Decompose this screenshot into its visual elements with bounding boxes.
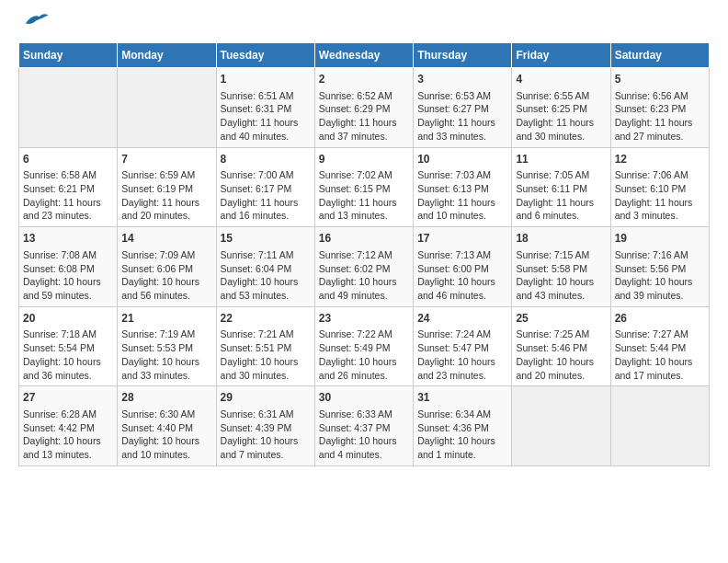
day-info: Sunrise: 7:19 AM Sunset: 5:53 PM Dayligh…: [121, 327, 211, 382]
day-number: 23: [319, 311, 409, 327]
calendar-table: SundayMondayTuesdayWednesdayThursdayFrid…: [18, 42, 710, 466]
calendar-day-cell: 25Sunrise: 7:25 AM Sunset: 5:46 PM Dayli…: [512, 306, 610, 386]
calendar-day-cell: 17Sunrise: 7:13 AM Sunset: 6:00 PM Dayli…: [414, 227, 512, 307]
day-info: Sunrise: 6:58 AM Sunset: 6:21 PM Dayligh…: [23, 168, 113, 223]
day-number: 13: [23, 231, 113, 247]
day-info: Sunrise: 7:18 AM Sunset: 5:54 PM Dayligh…: [23, 327, 113, 382]
day-number: 10: [417, 152, 507, 167]
day-info: Sunrise: 6:34 AM Sunset: 4:36 PM Dayligh…: [417, 408, 507, 462]
logo-bird-icon: [22, 11, 50, 28]
day-info: Sunrise: 7:13 AM Sunset: 6:00 PM Dayligh…: [417, 248, 507, 303]
calendar-day-cell: 30Sunrise: 6:33 AM Sunset: 4:37 PM Dayli…: [314, 386, 413, 466]
day-number: 30: [319, 390, 409, 406]
calendar-day-cell: 27Sunrise: 6:28 AM Sunset: 4:42 PM Dayli…: [19, 386, 118, 466]
day-number: 24: [417, 311, 507, 327]
calendar-day-cell: 11Sunrise: 7:05 AM Sunset: 6:11 PM Dayli…: [512, 147, 610, 227]
day-number: 5: [615, 72, 705, 87]
day-info: Sunrise: 7:22 AM Sunset: 5:49 PM Dayligh…: [319, 327, 409, 382]
day-of-week-header: Monday: [118, 43, 216, 68]
day-info: Sunrise: 7:02 AM Sunset: 6:15 PM Dayligh…: [319, 168, 409, 223]
day-number: 28: [121, 390, 211, 406]
calendar-week-row: 20Sunrise: 7:18 AM Sunset: 5:54 PM Dayli…: [19, 306, 710, 386]
day-number: 6: [23, 152, 113, 167]
calendar-week-row: 6Sunrise: 6:58 AM Sunset: 6:21 PM Daylig…: [19, 147, 710, 227]
day-number: 20: [23, 311, 113, 327]
day-number: 1: [221, 72, 311, 87]
day-info: Sunrise: 7:08 AM Sunset: 6:08 PM Dayligh…: [23, 248, 113, 303]
calendar-day-cell: 29Sunrise: 6:31 AM Sunset: 4:39 PM Dayli…: [216, 386, 314, 466]
day-number: 21: [121, 311, 211, 327]
calendar-day-cell: 14Sunrise: 7:09 AM Sunset: 6:06 PM Dayli…: [118, 227, 216, 307]
calendar-day-cell: 19Sunrise: 7:16 AM Sunset: 5:56 PM Dayli…: [610, 227, 709, 307]
day-number: 29: [221, 390, 311, 406]
day-number: 18: [516, 231, 606, 247]
day-info: Sunrise: 7:06 AM Sunset: 6:10 PM Dayligh…: [615, 168, 705, 223]
calendar-day-cell: [512, 386, 610, 466]
calendar-day-cell: 21Sunrise: 7:19 AM Sunset: 5:53 PM Dayli…: [118, 306, 216, 386]
calendar-day-cell: 12Sunrise: 7:06 AM Sunset: 6:10 PM Dayli…: [610, 147, 709, 227]
day-number: 4: [516, 72, 606, 87]
day-number: 17: [417, 231, 507, 247]
calendar-day-cell: 8Sunrise: 7:00 AM Sunset: 6:17 PM Daylig…: [216, 147, 314, 227]
calendar-day-cell: 2Sunrise: 6:52 AM Sunset: 6:29 PM Daylig…: [314, 68, 413, 148]
calendar-day-cell: 28Sunrise: 6:30 AM Sunset: 4:40 PM Dayli…: [118, 386, 216, 466]
day-info: Sunrise: 7:21 AM Sunset: 5:51 PM Dayligh…: [221, 327, 311, 382]
day-of-week-header: Sunday: [19, 43, 118, 68]
calendar-day-cell: 18Sunrise: 7:15 AM Sunset: 5:58 PM Dayli…: [512, 227, 610, 307]
day-info: Sunrise: 6:28 AM Sunset: 4:42 PM Dayligh…: [23, 408, 113, 462]
day-info: Sunrise: 6:33 AM Sunset: 4:37 PM Dayligh…: [319, 408, 409, 462]
calendar-day-cell: 31Sunrise: 6:34 AM Sunset: 4:36 PM Dayli…: [414, 386, 512, 466]
calendar-day-cell: 24Sunrise: 7:24 AM Sunset: 5:47 PM Dayli…: [414, 306, 512, 386]
calendar-day-cell: 20Sunrise: 7:18 AM Sunset: 5:54 PM Dayli…: [19, 306, 118, 386]
calendar-day-cell: 10Sunrise: 7:03 AM Sunset: 6:13 PM Dayli…: [414, 147, 512, 227]
day-of-week-header: Thursday: [414, 43, 512, 68]
day-info: Sunrise: 6:53 AM Sunset: 6:27 PM Dayligh…: [417, 89, 507, 144]
day-number: 8: [221, 152, 311, 167]
day-number: 12: [615, 152, 705, 167]
calendar-day-cell: 15Sunrise: 7:11 AM Sunset: 6:04 PM Dayli…: [216, 227, 314, 307]
day-info: Sunrise: 6:31 AM Sunset: 4:39 PM Dayligh…: [221, 408, 311, 462]
day-number: 22: [221, 311, 311, 327]
day-info: Sunrise: 6:51 AM Sunset: 6:31 PM Dayligh…: [221, 89, 311, 144]
day-info: Sunrise: 7:12 AM Sunset: 6:02 PM Dayligh…: [319, 248, 409, 303]
logo: [18, 18, 50, 28]
calendar-day-cell: 26Sunrise: 7:27 AM Sunset: 5:44 PM Dayli…: [610, 306, 709, 386]
day-of-week-header: Friday: [512, 43, 610, 68]
day-info: Sunrise: 7:11 AM Sunset: 6:04 PM Dayligh…: [221, 248, 311, 303]
calendar-week-row: 1Sunrise: 6:51 AM Sunset: 6:31 PM Daylig…: [19, 68, 710, 148]
calendar-day-cell: 9Sunrise: 7:02 AM Sunset: 6:15 PM Daylig…: [314, 147, 413, 227]
calendar-day-cell: 4Sunrise: 6:55 AM Sunset: 6:25 PM Daylig…: [512, 68, 610, 148]
day-info: Sunrise: 6:30 AM Sunset: 4:40 PM Dayligh…: [121, 408, 211, 462]
day-info: Sunrise: 7:27 AM Sunset: 5:44 PM Dayligh…: [615, 327, 705, 382]
day-of-week-header: Wednesday: [314, 43, 413, 68]
calendar-day-cell: [19, 68, 118, 148]
calendar-day-cell: 6Sunrise: 6:58 AM Sunset: 6:21 PM Daylig…: [19, 147, 118, 227]
calendar-header-row: SundayMondayTuesdayWednesdayThursdayFrid…: [19, 43, 710, 68]
day-info: Sunrise: 6:59 AM Sunset: 6:19 PM Dayligh…: [121, 168, 211, 223]
day-number: 9: [319, 152, 409, 167]
day-number: 2: [319, 72, 409, 87]
calendar-day-cell: 7Sunrise: 6:59 AM Sunset: 6:19 PM Daylig…: [118, 147, 216, 227]
day-number: 3: [417, 72, 507, 87]
page-header: [18, 18, 710, 28]
day-info: Sunrise: 7:09 AM Sunset: 6:06 PM Dayligh…: [121, 248, 211, 303]
calendar-day-cell: 13Sunrise: 7:08 AM Sunset: 6:08 PM Dayli…: [19, 227, 118, 307]
calendar-day-cell: 22Sunrise: 7:21 AM Sunset: 5:51 PM Dayli…: [216, 306, 314, 386]
day-number: 27: [23, 390, 113, 406]
day-of-week-header: Tuesday: [216, 43, 314, 68]
calendar-day-cell: 5Sunrise: 6:56 AM Sunset: 6:23 PM Daylig…: [610, 68, 709, 148]
day-info: Sunrise: 6:56 AM Sunset: 6:23 PM Dayligh…: [615, 89, 705, 144]
calendar-day-cell: [610, 386, 709, 466]
day-number: 7: [121, 152, 211, 167]
day-number: 14: [121, 231, 211, 247]
calendar-week-row: 27Sunrise: 6:28 AM Sunset: 4:42 PM Dayli…: [19, 386, 710, 466]
calendar-day-cell: 16Sunrise: 7:12 AM Sunset: 6:02 PM Dayli…: [314, 227, 413, 307]
day-number: 11: [516, 152, 606, 167]
calendar-day-cell: [118, 68, 216, 148]
day-info: Sunrise: 6:55 AM Sunset: 6:25 PM Dayligh…: [516, 89, 606, 144]
day-of-week-header: Saturday: [610, 43, 709, 68]
day-number: 19: [615, 231, 705, 247]
day-info: Sunrise: 7:03 AM Sunset: 6:13 PM Dayligh…: [417, 168, 507, 223]
day-info: Sunrise: 7:15 AM Sunset: 5:58 PM Dayligh…: [516, 248, 606, 303]
day-info: Sunrise: 7:00 AM Sunset: 6:17 PM Dayligh…: [221, 168, 311, 223]
